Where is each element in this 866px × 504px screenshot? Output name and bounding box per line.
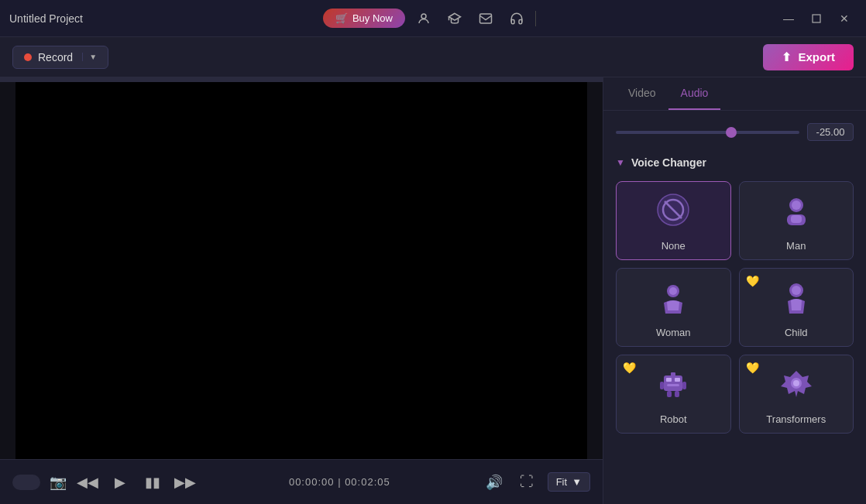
svg-point-0 <box>421 14 426 19</box>
preview-badge <box>12 475 40 490</box>
voice-card-transformers[interactable]: 💛 Transformers <box>739 355 854 434</box>
tab-audio[interactable]: Audio <box>668 77 721 110</box>
svg-point-25 <box>793 380 799 386</box>
voice-card-man[interactable]: Man <box>739 181 854 260</box>
voice-card-child[interactable]: 💛 Child <box>739 268 854 347</box>
voice-card-woman[interactable]: Woman <box>616 268 731 347</box>
record-button[interactable]: Record ▼ <box>12 46 108 69</box>
voice-card-robot[interactable]: 💛 Robo <box>616 355 731 434</box>
voice-icon-none <box>656 193 690 234</box>
progress-bar[interactable] <box>0 77 603 82</box>
voice-card-man-label: Man <box>786 240 806 252</box>
video-canvas <box>15 82 587 459</box>
voice-card-child-label: Child <box>785 327 808 338</box>
headphone-icon[interactable] <box>504 6 529 31</box>
tab-video[interactable]: Video <box>616 77 668 110</box>
transformers-premium-badge: 💛 <box>746 362 759 374</box>
time-current: 00:00:00 <box>289 476 335 488</box>
buy-now-label: Buy Now <box>352 12 393 24</box>
voice-icon-woman <box>656 279 690 321</box>
mail-icon[interactable] <box>473 6 498 31</box>
titlebar-separator <box>535 11 536 26</box>
voice-changer-header: ▼ Voice Changer <box>616 156 854 169</box>
volume-slider-thumb[interactable] <box>726 127 737 138</box>
app-title: Untitled Project <box>9 12 83 25</box>
voice-grid: None Man <box>616 181 854 434</box>
rewind-button[interactable]: ◀◀ <box>76 471 99 494</box>
volume-slider-track[interactable] <box>616 131 799 134</box>
window-controls: — ✕ <box>776 6 857 31</box>
preview-area: 📷 ◀◀ ▶ ▮▮ ▶▶ 00:00:00 | 00:02:05 🔊 ⛶ Fit… <box>0 77 603 504</box>
panel-content: -25.00 ▼ Voice Changer Non <box>603 111 866 504</box>
voice-card-robot-label: Robot <box>660 413 687 425</box>
restore-button[interactable] <box>804 6 829 31</box>
record-dropdown-arrow: ▼ <box>82 53 97 61</box>
svg-rect-18 <box>671 372 675 376</box>
svg-rect-16 <box>675 378 680 382</box>
controls-bar: 📷 ◀◀ ▶ ▮▮ ▶▶ 00:00:00 | 00:02:05 🔊 ⛶ Fit… <box>0 459 603 504</box>
voice-card-woman-label: Woman <box>656 327 691 338</box>
cart-icon: 🛒 <box>335 12 348 24</box>
volume-slider-row: -25.00 <box>616 123 854 141</box>
export-label: Export <box>798 50 835 63</box>
svg-rect-2 <box>813 15 820 22</box>
svg-point-13 <box>792 286 801 295</box>
child-premium-badge: 💛 <box>746 275 759 287</box>
section-arrow-icon: ▼ <box>616 157 625 168</box>
time-separator: | <box>338 476 345 488</box>
svg-rect-20 <box>682 382 686 389</box>
svg-rect-15 <box>666 378 672 382</box>
svg-rect-21 <box>667 391 672 397</box>
time-display: 00:00:00 | 00:02:05 <box>206 476 473 488</box>
time-total: 00:02:05 <box>345 476 390 488</box>
forward-button[interactable]: ▶▶ <box>174 471 197 494</box>
properties-panel: Video Audio -25.00 ▼ Voice Changer <box>603 77 866 504</box>
screenshot-icon[interactable]: 📷 <box>50 474 67 491</box>
titlebar: Untitled Project 🛒 Buy Now — ✕ <box>0 0 866 37</box>
record-dot <box>24 53 32 61</box>
buy-now-button[interactable]: 🛒 Buy Now <box>323 9 405 28</box>
minimize-button[interactable]: — <box>776 6 801 31</box>
user-icon[interactable] <box>411 6 436 31</box>
svg-rect-14 <box>664 375 682 391</box>
robot-premium-badge: 💛 <box>623 362 636 374</box>
svg-rect-9 <box>791 215 802 223</box>
volume-slider-value: -25.00 <box>807 123 854 141</box>
record-label: Record <box>38 51 73 63</box>
fit-dropdown-arrow: ▼ <box>572 476 582 488</box>
svg-point-11 <box>669 287 677 295</box>
voice-icon-transformers <box>779 366 813 407</box>
voice-card-transformers-label: Transformers <box>766 413 826 425</box>
main-content: 📷 ◀◀ ▶ ▮▮ ▶▶ 00:00:00 | 00:02:05 🔊 ⛶ Fit… <box>0 77 866 504</box>
svg-rect-19 <box>660 382 664 389</box>
volume-button[interactable]: 🔊 <box>483 471 506 494</box>
voice-card-none-label: None <box>662 240 686 252</box>
export-icon: ⬆ <box>782 50 792 64</box>
play-button[interactable]: ▶ <box>108 471 132 494</box>
voice-changer-label: Voice Changer <box>631 156 706 169</box>
svg-rect-1 <box>479 14 491 23</box>
stop-button[interactable]: ▮▮ <box>141 471 164 494</box>
fit-label: Fit <box>556 476 567 488</box>
svg-rect-17 <box>667 384 679 386</box>
toolbar: Record ▼ ⬆ Export <box>0 37 866 77</box>
voice-card-none[interactable]: None <box>616 181 731 260</box>
voice-icon-man <box>779 193 813 234</box>
graduation-icon[interactable] <box>442 6 467 31</box>
fullscreen-button[interactable]: ⛶ <box>515 471 538 494</box>
titlebar-center: 🛒 Buy Now <box>323 6 536 31</box>
voice-icon-child <box>779 279 813 321</box>
export-button[interactable]: ⬆ Export <box>763 44 854 70</box>
fit-select[interactable]: Fit ▼ <box>548 472 590 492</box>
titlebar-left: Untitled Project <box>9 12 83 25</box>
panel-tabs: Video Audio <box>603 77 866 111</box>
voice-icon-robot <box>656 366 690 407</box>
close-button[interactable]: ✕ <box>832 6 857 31</box>
svg-point-8 <box>792 201 801 210</box>
svg-rect-22 <box>675 391 679 397</box>
